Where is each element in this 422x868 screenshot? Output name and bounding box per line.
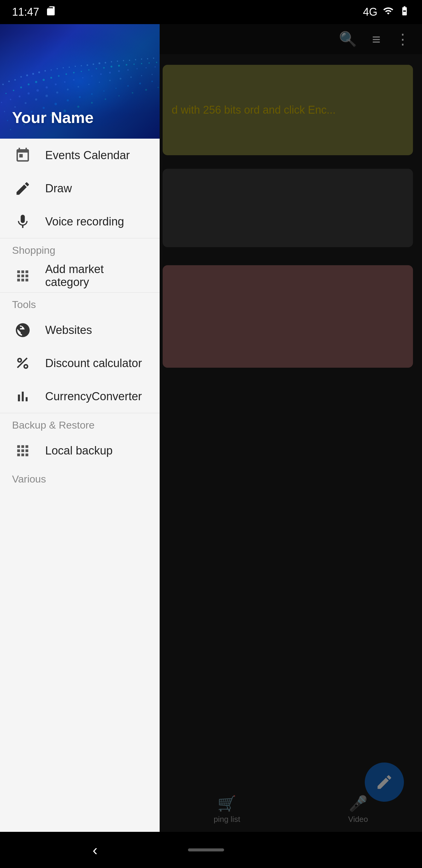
section-shopping: Shopping: [0, 239, 160, 259]
local-backup-label: Local backup: [45, 444, 112, 457]
network-label: 4G: [363, 6, 378, 19]
menu-item-draw[interactable]: Draw: [0, 172, 160, 205]
chart-icon: [12, 386, 33, 407]
back-button[interactable]: ‹: [93, 841, 98, 859]
battery-icon: [399, 5, 410, 19]
home-indicator[interactable]: [188, 848, 224, 851]
draw-label: Draw: [45, 182, 72, 195]
section-backup-restore: Backup & Restore: [0, 413, 160, 434]
drawer-header: Your Name: [0, 24, 160, 138]
grid-icon-market: [12, 265, 33, 286]
drawer-overlay[interactable]: [160, 24, 422, 832]
section-tools: Tools: [0, 293, 160, 313]
status-left: 11:47: [12, 5, 56, 19]
status-time: 11:47: [12, 6, 39, 19]
menu-item-currency-converter[interactable]: CurrencyConverter: [0, 380, 160, 413]
svg-rect-2: [403, 12, 406, 14]
percent-icon: [12, 352, 33, 374]
drawer-title: Your Name: [12, 108, 94, 127]
signal-icon: [383, 5, 394, 19]
grid-icon-backup: [12, 440, 33, 461]
menu-item-websites[interactable]: Websites: [0, 313, 160, 347]
events-calendar-label: Events Calendar: [45, 149, 130, 162]
globe-icon: [12, 319, 33, 341]
currency-converter-label: CurrencyConverter: [45, 390, 142, 403]
draw-icon: [12, 178, 33, 199]
websites-label: Websites: [45, 324, 92, 337]
discount-calculator-label: Discount calculator: [45, 357, 142, 370]
menu-item-discount-calculator[interactable]: Discount calculator: [0, 347, 160, 380]
drawer-body: Events Calendar Draw Voice recording Sho…: [0, 138, 160, 832]
navigation-drawer: Your Name Events Calendar Draw: [0, 24, 160, 832]
menu-item-events-calendar[interactable]: Events Calendar: [0, 138, 160, 172]
mic-icon: [12, 211, 33, 232]
status-bar: 11:47 4G: [0, 0, 422, 24]
add-market-category-label: Add market category: [45, 263, 148, 289]
status-right: 4G: [363, 5, 410, 19]
calendar-icon: [12, 145, 33, 166]
phone-bottom-nav: ‹: [0, 832, 422, 868]
svg-rect-0: [48, 8, 53, 13]
menu-item-voice-recording[interactable]: Voice recording: [0, 205, 160, 238]
menu-item-add-market-category[interactable]: Add market category: [0, 259, 160, 292]
menu-item-local-backup[interactable]: Local backup: [0, 434, 160, 467]
section-various: Various: [0, 467, 160, 488]
voice-recording-label: Voice recording: [45, 215, 124, 228]
sim-icon: [45, 5, 56, 19]
